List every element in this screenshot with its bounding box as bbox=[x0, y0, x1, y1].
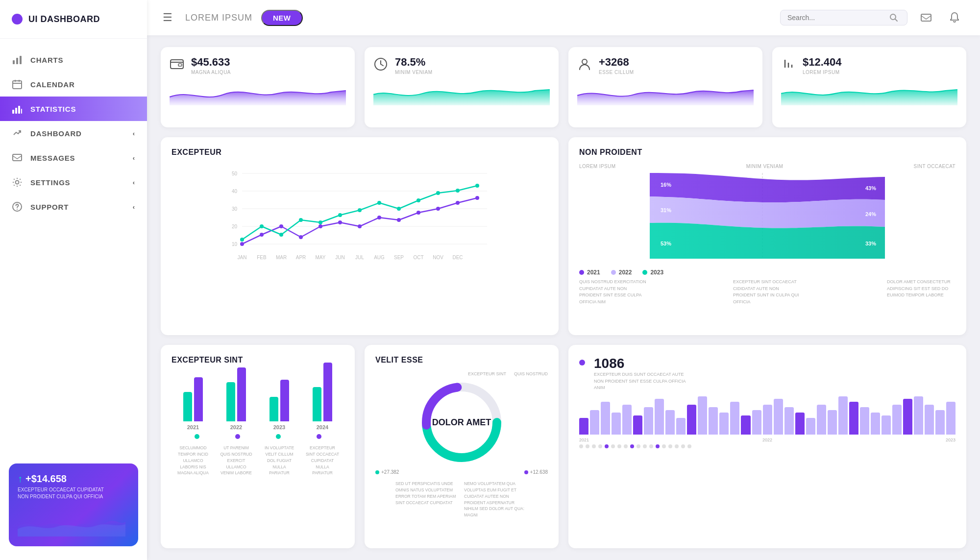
person-icon bbox=[577, 57, 592, 75]
np-years: 2021 2022 2023 bbox=[579, 269, 956, 276]
svg-text:31%: 31% bbox=[661, 207, 671, 213]
promo-subtitle: EXCEPTEUR OCCAECAT CUPIDATATNON PROIDENT… bbox=[18, 487, 129, 500]
stat-card-users: +3268 ESSE CILLUM bbox=[568, 47, 762, 127]
hist-bar-34 bbox=[946, 402, 956, 435]
svg-point-37 bbox=[279, 224, 283, 228]
header: ☰ LOREM IPSUM NEW bbox=[147, 0, 980, 35]
np-col-3: SINT OCCAECAT bbox=[914, 164, 956, 169]
messages-label: MESSAGES bbox=[30, 154, 75, 162]
svg-text:NOV: NOV bbox=[433, 255, 443, 260]
svg-point-44 bbox=[416, 211, 420, 215]
search-input[interactable] bbox=[787, 14, 885, 22]
bar-label-2021: 2021 bbox=[187, 424, 199, 430]
support-chevron: ‹ bbox=[133, 203, 135, 211]
hist-bar-32 bbox=[925, 405, 934, 435]
new-badge-button[interactable]: NEW bbox=[261, 10, 303, 26]
svg-point-12 bbox=[16, 181, 19, 184]
menu-icon[interactable]: ☰ bbox=[163, 11, 172, 24]
hist-dot-8 bbox=[630, 444, 634, 448]
svg-text:40: 40 bbox=[232, 189, 238, 194]
svg-rect-19 bbox=[178, 64, 182, 66]
sidebar-item-messages[interactable]: MESSAGES ‹ bbox=[0, 146, 147, 170]
nonproident-chart-card: NON PROIDENT LOREM IPSUM MINIM VENIAM SI… bbox=[568, 137, 966, 335]
svg-text:50: 50 bbox=[232, 171, 238, 176]
hist-bar-12 bbox=[709, 407, 718, 435]
wallet-icon bbox=[170, 57, 184, 74]
svg-text:20: 20 bbox=[232, 224, 238, 229]
settings-chevron: ‹ bbox=[133, 179, 135, 186]
np-dot-2022 bbox=[611, 270, 616, 275]
stat-wave-3 bbox=[577, 80, 754, 105]
svg-point-43 bbox=[397, 218, 401, 222]
svg-point-40 bbox=[338, 220, 342, 224]
svg-text:APR: APR bbox=[296, 255, 306, 260]
svg-point-21 bbox=[582, 59, 587, 64]
hist-dot-9 bbox=[637, 444, 640, 448]
svg-text:JAN: JAN bbox=[238, 255, 247, 260]
donut-main: DOLOR AMET bbox=[432, 417, 491, 428]
hist-dot-10 bbox=[643, 444, 647, 448]
hist-bar-21 bbox=[806, 418, 815, 434]
hist-bar-18 bbox=[774, 399, 783, 434]
svg-text:30: 30 bbox=[232, 206, 238, 212]
sidebar-logo: UI DASHBOARD bbox=[0, 0, 147, 39]
svg-rect-8 bbox=[15, 108, 17, 114]
np-desc-1: QUIS NOSTRUD EXERCITATION CUPIDATAT AUTE… bbox=[579, 279, 648, 305]
np-year-2023: 2023 bbox=[642, 269, 663, 276]
mail-icon-button[interactable] bbox=[916, 8, 936, 27]
calendar-label: CALENDAR bbox=[30, 80, 75, 89]
donut-svg-wrapper: DOLOR AMET bbox=[417, 378, 506, 466]
hist-bar-20 bbox=[795, 413, 805, 435]
bar-label-2024: 2024 bbox=[317, 424, 328, 430]
hist-dot-5 bbox=[611, 444, 615, 448]
hist-dot-3 bbox=[598, 444, 602, 448]
svg-line-16 bbox=[895, 19, 898, 22]
dashboard-chevron: ‹ bbox=[133, 130, 135, 137]
dashboard-icon bbox=[12, 128, 23, 139]
donut-container: EXCEPTEUR SINT QUIS NOSTRUD bbox=[375, 371, 548, 518]
hist-bar-3 bbox=[612, 413, 621, 435]
stat-label-revenue: LOREM IPSUM bbox=[803, 70, 842, 75]
statistics-label: STATISTICS bbox=[30, 105, 76, 113]
svg-text:DEC: DEC bbox=[452, 255, 463, 260]
donut-val1: +27.382 bbox=[375, 469, 399, 475]
histogram-x-labels: 2021 2022 2023 bbox=[579, 438, 956, 442]
hist-bar-29 bbox=[892, 405, 902, 435]
svg-point-35 bbox=[240, 242, 244, 246]
svg-text:MAY: MAY bbox=[316, 255, 326, 260]
bar-desc-1: SECLUMMOD TEMPOR INCID ULLAMCO LABORIS N… bbox=[176, 445, 210, 476]
svg-point-45 bbox=[436, 207, 440, 211]
bar-purple-2022 bbox=[237, 367, 246, 421]
svg-point-51 bbox=[299, 218, 303, 222]
sidebar-item-dashboard[interactable]: DASHBOARD ‹ bbox=[0, 121, 147, 146]
svg-point-41 bbox=[358, 224, 362, 228]
sidebar-item-calendar[interactable]: CALENDAR bbox=[0, 72, 147, 97]
donut-dot-teal bbox=[375, 470, 379, 474]
bar-dot-2 bbox=[235, 434, 240, 439]
nonproident-chart-title: NON PROIDENT bbox=[579, 148, 956, 157]
sidebar-item-statistics[interactable]: STATISTICS bbox=[0, 97, 147, 121]
bar-purple-2021 bbox=[194, 377, 203, 421]
messages-icon bbox=[12, 152, 23, 163]
svg-text:OCT: OCT bbox=[413, 255, 423, 260]
sidebar: UI DASHBOARD CHARTS CALENDAR STATISTICS bbox=[0, 0, 147, 560]
hist-x-2021: 2021 bbox=[579, 438, 589, 442]
search-icon bbox=[889, 13, 898, 22]
bar-desc-2: UT PARENIM QUIS NOSTRUD EXERCIT ULLAMCO … bbox=[219, 445, 253, 476]
svg-point-48 bbox=[240, 238, 244, 242]
hist-dot-13 bbox=[662, 444, 666, 448]
sidebar-item-support[interactable]: SUPPORT ‹ bbox=[0, 195, 147, 219]
svg-text:JUN: JUN bbox=[335, 255, 344, 260]
notification-icon-button[interactable] bbox=[945, 8, 964, 27]
bar-desc-4: EXCEPTEUR SINT OCCAECAT CUPIDATAT NULLA … bbox=[305, 445, 340, 476]
hist-dot-7 bbox=[624, 444, 628, 448]
bars-icon bbox=[781, 57, 796, 74]
np-year-2021: 2021 bbox=[579, 269, 600, 276]
hist-bar-5 bbox=[633, 415, 642, 435]
statistics-icon bbox=[12, 103, 23, 114]
header-title: LOREM IPSUM bbox=[185, 13, 252, 23]
sidebar-item-settings[interactable]: SETTINGS ‹ bbox=[0, 170, 147, 195]
sidebar-item-charts[interactable]: CHARTS bbox=[0, 48, 147, 72]
hist-bar-0 bbox=[579, 418, 588, 434]
hist-dot-16 bbox=[681, 444, 685, 448]
